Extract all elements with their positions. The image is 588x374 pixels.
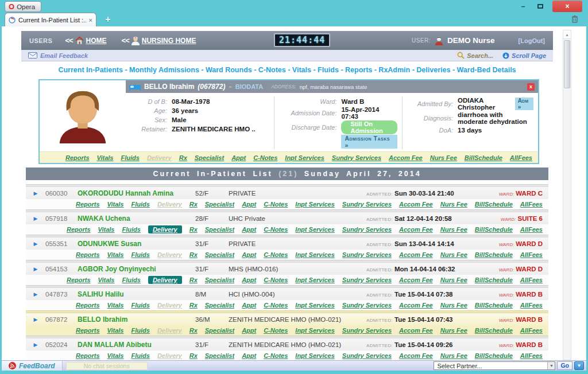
link-reports[interactable]: Reports <box>67 276 91 283</box>
link-sundry-services[interactable]: Sundry Services <box>342 276 392 283</box>
link-fluids[interactable]: Fluids <box>131 251 150 258</box>
link-sundry-services[interactable]: Sundry Services <box>342 352 392 359</box>
nav-link-vitals[interactable]: Vitals <box>292 66 311 74</box>
link-accom-fee[interactable]: Accom Fee <box>399 302 433 309</box>
link-billschedule[interactable]: BillSchedule <box>475 226 513 233</box>
link-delivery[interactable]: Delivery <box>148 225 182 233</box>
link-rx[interactable]: Rx <box>179 154 187 161</box>
select-partner-dropdown[interactable]: Select Partner... ▼ <box>434 361 555 370</box>
link-allfees[interactable]: AllFees <box>520 327 543 334</box>
nav-link-ward-rounds[interactable]: Ward Rounds <box>206 66 252 74</box>
link-nurs-fee[interactable]: Nurs Fee <box>440 201 467 208</box>
adm-badge[interactable]: Adm » <box>515 98 533 110</box>
link-specialist[interactable]: Specialist <box>195 154 224 161</box>
link-accom-fee[interactable]: Accom Fee <box>399 251 433 258</box>
scroll-page-link[interactable]: Scroll Page <box>502 52 546 59</box>
link-billschedule[interactable]: BillSchedule <box>475 251 513 258</box>
link-vitals[interactable]: Vitals <box>107 201 124 208</box>
link-accom-fee[interactable]: Accom Fee <box>399 226 433 233</box>
link-rx[interactable]: Rx <box>189 302 198 309</box>
link-specialist[interactable]: Specialist <box>205 251 234 258</box>
link-billschedule[interactable]: BillSchedule <box>475 352 513 359</box>
link-rx[interactable]: Rx <box>189 201 198 208</box>
card-close-icon[interactable]: x <box>527 83 535 91</box>
link-specialist[interactable]: Specialist <box>205 226 234 233</box>
link-inpt-services[interactable]: Inpt Services <box>295 201 334 208</box>
dropdown-arrow-icon[interactable]: ▼ <box>547 362 555 369</box>
link-accom-fee[interactable]: Accom Fee <box>399 201 433 208</box>
patient-name[interactable]: DAN MALLAM Abibetu <box>78 341 195 349</box>
link-billschedule[interactable]: BillSchedule <box>475 302 513 309</box>
link-vitals[interactable]: Vitals <box>107 352 124 359</box>
nav-link-fluids[interactable]: Fluids <box>318 66 339 74</box>
link-vitals[interactable]: Vitals <box>107 327 124 334</box>
link-c-notes[interactable]: C-Notes <box>264 201 288 208</box>
link-nurs-fee[interactable]: Nurs Fee <box>430 154 457 161</box>
go-button[interactable]: Go <box>557 361 572 370</box>
link-fluids[interactable]: Fluids <box>131 352 150 359</box>
link-accom-fee[interactable]: Accom Fee <box>399 327 433 334</box>
link-appt[interactable]: Appt <box>242 276 256 283</box>
patient-name[interactable]: ODUNUKWE Susan <box>78 240 195 248</box>
link-c-notes[interactable]: C-Notes <box>264 251 288 258</box>
link-appt[interactable]: Appt <box>242 226 256 233</box>
link-c-notes[interactable]: C-Notes <box>264 327 288 334</box>
link-c-notes[interactable]: C-Notes <box>264 276 288 283</box>
link-allfees[interactable]: AllFees <box>520 352 543 359</box>
link-fluids[interactable]: Fluids <box>131 201 150 208</box>
link-sundry-services[interactable]: Sundry Services <box>342 251 392 258</box>
link-fluids[interactable]: Fluids <box>122 226 141 233</box>
search-link[interactable]: Search... <box>457 52 493 59</box>
link-billschedule[interactable]: BillSchedule <box>475 276 513 283</box>
tab-close-icon[interactable]: × <box>89 17 92 24</box>
tab-current-inpatient-list[interactable]: Current In-Patient List :... × <box>5 13 96 26</box>
link-specialist[interactable]: Specialist <box>205 352 234 359</box>
link-delivery[interactable]: Delivery <box>148 276 182 284</box>
expand-row-icon[interactable]: ▶ <box>26 216 45 221</box>
link-nurs-fee[interactable]: Nurs Fee <box>440 302 467 309</box>
nav-link-rxadmin[interactable]: RxAdmin <box>378 66 410 74</box>
link-nurs-fee[interactable]: Nurs Fee <box>440 327 467 334</box>
link-inpt-services[interactable]: Inpt Services <box>295 276 334 283</box>
link-inpt-services[interactable]: Inpt Services <box>295 226 334 233</box>
link-allfees[interactable]: AllFees <box>520 226 543 233</box>
link-sundry-services[interactable]: Sundry Services <box>342 302 392 309</box>
feedboard-button[interactable]: FeedBoard <box>2 361 63 371</box>
new-tab-button[interactable]: + <box>100 14 115 25</box>
link-inpt-services[interactable]: Inpt Services <box>285 154 324 161</box>
expand-row-icon[interactable]: ▶ <box>26 266 45 272</box>
link-nurs-fee[interactable]: Nurs Fee <box>440 352 467 359</box>
link-fluids[interactable]: Fluids <box>131 302 150 309</box>
link-nurs-fee[interactable]: Nurs Fee <box>440 276 467 283</box>
nav-link-reports[interactable]: Reports <box>345 66 372 74</box>
link-sundry-services[interactable]: Sundry Services <box>332 154 381 161</box>
home-link[interactable]: << HOME <box>65 36 106 45</box>
link-allfees[interactable]: AllFees <box>520 251 543 258</box>
link-appt[interactable]: Appt <box>231 154 246 161</box>
close-window-button[interactable]: × <box>552 1 582 12</box>
link-reports[interactable]: Reports <box>76 352 100 359</box>
minimize-button[interactable]: – <box>514 2 532 10</box>
nav-link-deliveries[interactable]: Deliveries <box>416 66 450 74</box>
link-specialist[interactable]: Specialist <box>205 276 234 283</box>
link-rx[interactable]: Rx <box>189 276 198 283</box>
link-reports[interactable]: Reports <box>67 226 91 233</box>
trash-icon[interactable] <box>570 14 581 25</box>
page-scrollbar[interactable]: ▲ <box>563 30 571 360</box>
expand-row-icon[interactable]: ▶ <box>26 317 45 322</box>
patient-name[interactable]: BELLO Ibrahim <box>78 315 195 324</box>
link-accom-fee[interactable]: Accom Fee <box>399 352 433 359</box>
link-inpt-services[interactable]: Inpt Services <box>295 352 334 359</box>
link-reports[interactable]: Reports <box>76 302 100 309</box>
link-specialist[interactable]: Specialist <box>205 302 234 309</box>
link-rx[interactable]: Rx <box>189 327 198 334</box>
expand-row-icon[interactable]: ▶ <box>26 291 45 297</box>
nursing-home-link[interactable]: << NURSING HOME <box>122 36 196 45</box>
link-fluids[interactable]: Fluids <box>121 154 140 161</box>
link-specialist[interactable]: Specialist <box>205 201 234 208</box>
link-reports[interactable]: Reports <box>76 327 100 334</box>
link-specialist[interactable]: Specialist <box>205 327 234 334</box>
link-sundry-services[interactable]: Sundry Services <box>342 226 392 233</box>
link-inpt-services[interactable]: Inpt Services <box>295 251 334 258</box>
maximize-button[interactable] <box>532 2 549 10</box>
